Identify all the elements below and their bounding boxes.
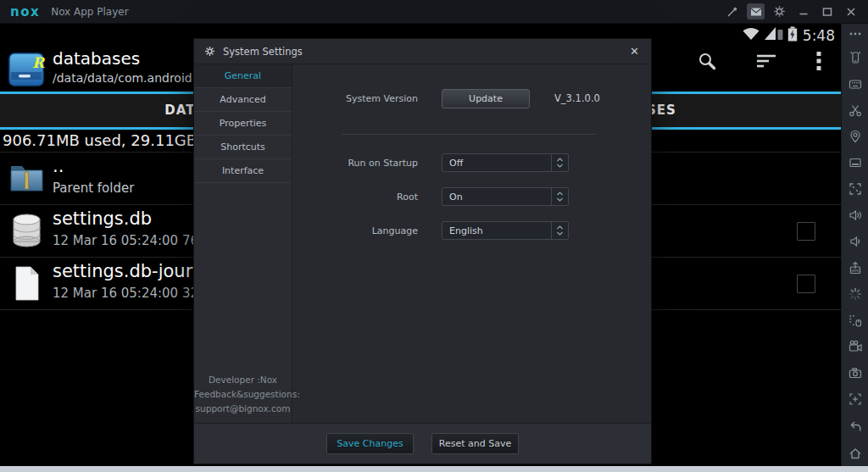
mail-icon[interactable]	[747, 3, 765, 19]
current-folder-path: /data/data/com.android.	[53, 71, 196, 85]
version-value: V_3.1.0.0	[554, 92, 600, 104]
file-meta: 12 Mar 16 05:24:00 32.5	[53, 286, 210, 301]
macro-recorder-icon[interactable]	[842, 307, 868, 333]
database-file-icon	[7, 211, 47, 254]
keyboard-icon[interactable]	[842, 70, 868, 97]
system-settings-dialog: System Settings ✕ General Advanced Prope…	[193, 38, 652, 464]
volume-down-icon[interactable]	[842, 228, 868, 254]
run-on-startup-label: Run on Startup	[292, 158, 418, 169]
minimize-button[interactable]	[794, 3, 812, 19]
language-row: Language English	[292, 220, 651, 241]
selected-value: Off	[442, 158, 463, 169]
nox-logo: nox	[10, 4, 40, 19]
maximize-button[interactable]	[818, 3, 836, 19]
spinner-chevrons-icon[interactable]	[551, 188, 568, 205]
run-on-startup-row: Run on Startup Off	[292, 153, 651, 173]
settings-gear-icon	[204, 46, 215, 57]
close-button[interactable]	[842, 3, 860, 19]
battery-charging-icon	[787, 26, 798, 45]
root-label: Root	[292, 192, 418, 203]
fullscreen-icon[interactable]	[842, 175, 868, 202]
status-time: 5:48	[803, 27, 835, 44]
tab-general[interactable]: General	[194, 64, 292, 88]
signal-icon	[764, 26, 784, 44]
gear-icon[interactable]	[771, 3, 788, 19]
dialog-close-icon[interactable]: ✕	[630, 46, 639, 57]
file-meta: Parent folder	[53, 180, 134, 196]
tab-advanced[interactable]: Advanced	[194, 88, 292, 112]
folder-icon	[7, 158, 47, 202]
run-on-startup-select[interactable]: Off	[442, 153, 569, 172]
svg-text:R: R	[32, 54, 46, 71]
dialog-footer: Save Changes Reset and Save	[194, 423, 651, 464]
file-checkbox[interactable]	[797, 275, 815, 293]
screenshot-icon[interactable]	[842, 359, 868, 386]
spinner-chevrons-icon[interactable]	[551, 222, 568, 239]
pin-icon[interactable]	[723, 3, 741, 19]
window-title: Nox App Player	[51, 6, 128, 18]
dialog-header[interactable]: System Settings ✕	[194, 39, 651, 64]
divider	[342, 134, 596, 135]
dialog-tab-list: General Advanced Properties Shortcuts In…	[194, 64, 292, 423]
overflow-menu-icon[interactable]	[815, 51, 822, 75]
tab-shortcuts[interactable]: Shortcuts	[194, 136, 292, 159]
root-row: Root On	[292, 186, 651, 207]
dialog-content: System Version Update V_3.1.0.0 Run on S…	[292, 64, 651, 423]
search-icon[interactable]	[697, 51, 717, 75]
root-select[interactable]: On	[442, 187, 569, 206]
window-titlebar: nox Nox App Player	[0, 0, 868, 24]
window-controls	[723, 3, 860, 19]
app-header-actions	[697, 51, 822, 75]
language-select[interactable]: English	[442, 221, 569, 240]
file-checkbox[interactable]	[797, 222, 815, 241]
developer-line: support@bignox.com	[194, 402, 292, 416]
cut-icon[interactable]	[842, 97, 868, 123]
save-changes-button[interactable]: Save Changes	[326, 433, 414, 454]
region-capture-icon[interactable]	[842, 386, 868, 412]
dialog-title: System Settings	[223, 46, 303, 58]
language-label: Language	[292, 225, 418, 236]
selected-value: English	[442, 225, 483, 236]
system-version-row: System Version Update V_3.1.0.0	[292, 88, 651, 108]
back-icon[interactable]	[842, 414, 868, 440]
shake-icon[interactable]	[842, 44, 868, 70]
file-name: settings.db	[53, 208, 152, 229]
developer-line: Developer :Nox	[194, 373, 292, 387]
wifi-icon	[742, 26, 760, 44]
developer-info: Developer :Nox Feedback&suggestions: sup…	[194, 373, 292, 416]
window-icon[interactable]	[842, 149, 868, 175]
file-name: ..	[53, 156, 64, 176]
more-icon[interactable]	[842, 24, 868, 44]
restart-icon[interactable]	[842, 280, 868, 307]
system-version-label: System Version	[292, 93, 418, 104]
virtual-location-icon[interactable]	[842, 123, 868, 149]
spinner-chevrons-icon[interactable]	[551, 154, 568, 171]
window-bottom-border	[0, 466, 868, 472]
video-record-icon[interactable]	[842, 333, 868, 359]
update-button[interactable]: Update	[442, 89, 530, 108]
tab-properties[interactable]: Properties	[194, 112, 292, 136]
svg-text:APK: APK	[851, 269, 860, 273]
android-status-bar: 5:48	[742, 24, 841, 47]
tab-interface[interactable]: Interface	[194, 159, 292, 183]
sort-icon[interactable]	[755, 53, 777, 73]
developer-line: Feedback&suggestions:	[194, 387, 292, 402]
file-icon	[7, 264, 47, 307]
volume-up-icon[interactable]	[842, 202, 868, 228]
selected-value: On	[442, 192, 463, 203]
current-folder-title: databases	[53, 48, 140, 69]
file-meta: 12 Mar 16 05:24:00 76.0	[53, 233, 210, 248]
reset-and-save-button[interactable]: Reset and Save	[431, 433, 519, 454]
home-icon[interactable]	[842, 440, 868, 466]
nox-side-toolbar: APK	[841, 24, 868, 466]
apk-install-icon[interactable]: APK	[842, 254, 868, 280]
app-icon[interactable]: R	[7, 50, 46, 92]
